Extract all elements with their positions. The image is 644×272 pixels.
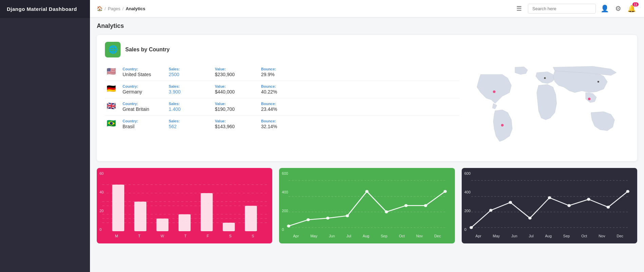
value-value: $143,960 <box>215 124 256 129</box>
sales-label: Sales: <box>169 119 209 123</box>
country-flag: 🇩🇪 <box>105 84 117 93</box>
country-flag: 🇧🇷 <box>105 119 117 128</box>
line-x-label: Dec <box>617 234 623 238</box>
main-area: 🏠 / Pages / Analytics ☰ 👤 ⚙ 🔔 11 Analyti… <box>90 0 644 272</box>
line-x-label: Aug <box>363 234 369 238</box>
sales-map-container: 🇺🇸 Country: United States Sales: 2500 Va… <box>105 64 629 154</box>
bounce-value: 40.22% <box>261 89 302 95</box>
sales-table: 🇺🇸 Country: United States Sales: 2500 Va… <box>105 64 459 154</box>
country-label: Country: <box>123 119 163 123</box>
country-label: Country: <box>123 67 163 71</box>
line-chart-green-x-labels: AprMayJunJulAugSepOctNovDec <box>284 234 449 238</box>
line-y-label: 400 <box>464 190 471 194</box>
line-x-label: Nov <box>599 234 605 238</box>
bar-chart-svg <box>102 177 267 231</box>
settings-icon-button[interactable]: ⚙ <box>614 3 623 14</box>
svg-point-3 <box>597 81 599 83</box>
sales-col: Sales: 2500 <box>169 67 209 77</box>
line-x-label: Jun <box>511 234 517 238</box>
country-flag: 🇺🇸 <box>105 67 117 76</box>
value-value: $440,000 <box>215 89 256 95</box>
bounce-label: Bounce: <box>261 102 302 106</box>
topbar-right: 👤 ⚙ 🔔 11 <box>528 3 637 14</box>
sidebar-title: Django Material Dashboard <box>0 0 90 18</box>
country-value: United States <box>123 72 163 77</box>
svg-rect-15 <box>179 214 191 231</box>
svg-point-38 <box>509 201 512 204</box>
country-row: 🇬🇧 Country: Great Britain Sales: 1.400 V… <box>105 98 459 116</box>
svg-rect-17 <box>223 223 235 231</box>
country-value: Great Britain <box>123 106 163 112</box>
value-col: Value: $190,700 <box>215 102 256 112</box>
breadcrumb-pages[interactable]: Pages <box>108 6 121 11</box>
svg-rect-16 <box>201 193 213 231</box>
line-chart-green-card: 6004002000 AprMayJunJulAugSepOctNovDec <box>279 168 455 243</box>
line-x-label: Apr <box>293 234 299 238</box>
value-label: Value: <box>215 67 256 71</box>
page-title: Analytics <box>97 22 637 30</box>
country-value: Germany <box>123 89 163 95</box>
sales-col: Sales: 1.400 <box>169 102 209 112</box>
sidebar: Django Material Dashboard <box>0 0 90 272</box>
bar-y-label: 20 <box>99 209 104 213</box>
notifications-badge: 11 <box>632 2 639 6</box>
line-x-label: Oct <box>399 234 405 238</box>
country-col: Country: Great Britain <box>123 102 163 112</box>
settings-icon: ⚙ <box>615 5 621 12</box>
line-x-label: Sep <box>381 234 388 238</box>
value-col: Value: $440,000 <box>215 84 256 95</box>
line-y-label: 0 <box>464 227 471 232</box>
line-x-label: May <box>493 234 500 238</box>
value-col: Value: $230,900 <box>215 67 256 77</box>
svg-point-25 <box>326 217 330 220</box>
svg-point-1 <box>501 124 503 126</box>
svg-point-43 <box>606 206 610 209</box>
breadcrumb-sep2: / <box>123 6 124 11</box>
line-chart-green-svg <box>284 177 449 231</box>
line-y-label: 200 <box>282 209 288 213</box>
search-input[interactable] <box>528 4 596 14</box>
country-label: Country: <box>123 84 163 88</box>
bar-x-label: T <box>138 234 141 238</box>
country-row: 🇧🇷 Country: Brasil Sales: 562 Value: $14… <box>105 116 459 133</box>
svg-point-39 <box>528 217 532 220</box>
hamburger-button[interactable]: ☰ <box>514 3 525 14</box>
bar-x-label: S <box>229 234 232 238</box>
svg-point-26 <box>346 214 349 217</box>
world-map-area <box>466 64 629 154</box>
notifications-icon-button[interactable]: 🔔 11 <box>626 3 637 14</box>
country-row: 🇺🇸 Country: United States Sales: 2500 Va… <box>105 64 459 81</box>
line-chart-dark-y-labels: 6004002000 <box>464 171 471 232</box>
bar-chart-card: 6040200 MTWTFSS <box>97 168 272 243</box>
user-icon: 👤 <box>601 5 609 12</box>
content-area: Analytics 🌐 Sales by Country 🇺🇸 Country:… <box>90 17 644 272</box>
country-col: Country: United States <box>123 67 163 77</box>
bounce-value: 29.9% <box>261 72 302 77</box>
sales-value: 3.900 <box>169 89 209 95</box>
bounce-value: 23.44% <box>261 106 302 112</box>
country-value: Brasil <box>123 124 163 129</box>
svg-point-41 <box>567 204 571 207</box>
svg-rect-13 <box>134 202 147 231</box>
bar-x-label: W <box>161 234 164 238</box>
svg-rect-12 <box>112 185 125 231</box>
line-x-label: Jul <box>529 234 534 238</box>
bar-chart-x-labels: MTWTFSS <box>102 234 267 238</box>
svg-point-40 <box>548 196 551 199</box>
bar-x-label: T <box>184 234 187 238</box>
bar-x-label: S <box>252 234 254 238</box>
line-y-label: 600 <box>464 171 471 175</box>
line-chart-dark-x-labels: AprMayJunJulAugSepOctNovDec <box>467 234 632 238</box>
value-value: $230,900 <box>215 72 256 77</box>
svg-point-0 <box>493 90 495 93</box>
breadcrumb-sep1: / <box>105 6 106 11</box>
card-globe-icon: 🌐 <box>105 42 121 57</box>
user-icon-button[interactable]: 👤 <box>599 3 610 14</box>
svg-point-31 <box>444 190 447 193</box>
world-map-svg <box>466 64 629 154</box>
sales-value: 1.400 <box>169 106 209 112</box>
line-y-label: 0 <box>282 227 288 232</box>
bounce-value: 32.14% <box>261 124 302 129</box>
sales-by-country-card: 🌐 Sales by Country 🇺🇸 Country: United St… <box>97 35 637 161</box>
svg-point-30 <box>424 204 427 207</box>
